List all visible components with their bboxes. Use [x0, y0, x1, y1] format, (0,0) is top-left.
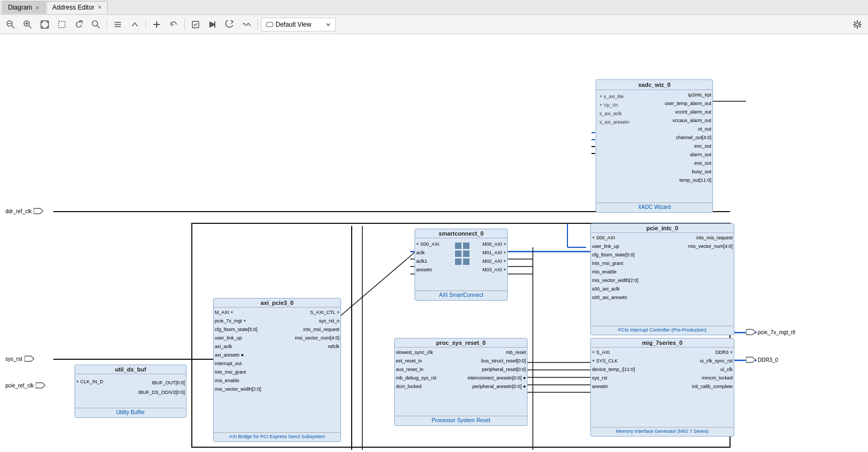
sc-port-m02-axi: M02_AXI + [482, 257, 506, 265]
sys-rst-port: sys_rst [5, 355, 34, 362]
proc-sys-reset-block[interactable]: proc_sys_reset_0 slowest_sync_clk ext_re… [394, 338, 528, 426]
add-button[interactable] [149, 17, 164, 32]
svg-line-1 [12, 26, 14, 28]
axi-pcie3-subtitle: AXI Bridge for PCI Express Gen3 Subsyste… [214, 432, 340, 440]
pintc-port-intx-msi-grant: intx_msi_grant [592, 259, 638, 268]
psr-port-slowest-sync: slowest_sync_clk [396, 348, 436, 357]
view-dropdown[interactable]: Default View [261, 18, 336, 31]
pcie3-in-msi-vector-num: msi_vector_num[4:0] [295, 334, 339, 342]
undo-button[interactable] [166, 17, 181, 32]
zoom-out-button[interactable] [3, 17, 18, 32]
auto-connect-button[interactable] [110, 17, 125, 32]
axi-pcie3-block[interactable]: axi_pcie3_0 M_AXI + pcie_7x_mgt + cfg_lt… [213, 298, 341, 442]
validate-button[interactable] [188, 17, 203, 32]
pcie3-in-refclk: refclk [295, 342, 339, 351]
xadc-out-temp: temp_out[11:0] [664, 176, 711, 184]
svg-marker-62 [36, 383, 45, 388]
pcie3-port-user-link-up: user_link_up [215, 334, 261, 342]
sc-port-aclk1: aclk1 [416, 257, 439, 265]
sc-port-s00-axi: + S00_AXI [416, 240, 439, 248]
view-dropdown-label: Default View [275, 21, 323, 28]
pcie-ref-clk-label: pcie_ref_clk [5, 383, 34, 389]
psr-out-peripheral-reset: peripheral_reset[0:0] [467, 365, 526, 374]
tab-diagram-close[interactable]: ✕ [35, 5, 39, 11]
pcie-7x-mgt-rtl-icon [746, 328, 756, 336]
pcie-ref-clk-port: pcie_ref_clk [5, 382, 45, 389]
util-ds-buf-subtitle: Utility Buffer [75, 408, 186, 416]
pcie3-port-intx-msi-grant: intx_msi_grant [215, 368, 261, 376]
tab-diagram[interactable]: Diagram ✕ [2, 1, 45, 14]
sc-port-m00-axi: M00_AXI + [482, 240, 506, 248]
pcie3-port-interrupt-out: interrupt_out [215, 359, 261, 368]
xadc-out-user-temp: user_temp_alarm_out [664, 99, 711, 108]
svg-rect-65 [455, 243, 461, 249]
pintc-port-user-link-up: user_link_up [592, 242, 638, 251]
svg-rect-7 [41, 21, 48, 28]
pcie3-in-intx-msi-req: intx_msi_request [295, 325, 339, 334]
up-button[interactable] [127, 17, 142, 32]
util-ds-buf-block[interactable]: util_ds_buf + CLK_IN_D IBUF_OUT[0:0] IBU… [75, 365, 186, 418]
pintc-port-s00-axi: + S00_AXI [592, 233, 638, 242]
pcie-intc-title: pcie_intc_0 [591, 224, 734, 233]
mig-port-aresetn: aresetn [592, 382, 635, 391]
proc-sys-reset-title: proc_sys_reset_0 [395, 338, 527, 348]
xadc-wiz-title: xadc_wiz_0 [596, 80, 712, 90]
xadc-out-alarm: alarm_out [664, 150, 711, 159]
sc-port-m01-axi: M01_AXI + [482, 248, 506, 257]
wave-button[interactable] [239, 17, 254, 32]
run-connection-button[interactable] [205, 17, 220, 32]
select-region-button[interactable] [54, 17, 69, 32]
refresh-button[interactable] [71, 17, 86, 32]
tab-address-editor-close[interactable]: ✕ [98, 4, 102, 10]
zoom-in-button[interactable] [20, 17, 35, 32]
pintc-out-mis-vec-num: mis_vector_num[4:0] [688, 242, 733, 251]
psr-out-bus-struct: bus_struct_reset[0:0] [467, 357, 526, 365]
pintc-port-mis-vec-width: mis_vector_width[2:0] [592, 276, 638, 285]
mig-port-s-axi: + S_AXI [592, 348, 635, 357]
fit-button[interactable] [37, 17, 52, 32]
sep-3 [184, 19, 185, 30]
pcie-intc-block[interactable]: pcie_intc_0 + S00_AXI user_link_up cfg_l… [590, 223, 734, 335]
ddr3-0-label: DDR3_0 [758, 357, 778, 363]
tab-address-editor-label: Address Editor [52, 4, 94, 11]
psr-out-mb-reset: mb_reset [467, 348, 526, 357]
svg-line-4 [29, 26, 31, 28]
crossbar-icon [447, 240, 476, 269]
util-ds-buf-title: util_ds_buf [75, 365, 186, 374]
pcie3-port-msi-enable: msi_enable [215, 376, 261, 385]
settings-button[interactable] [850, 17, 865, 32]
xadc-out-busy: busy_out [664, 167, 711, 176]
mig-7series-subtitle: Memory Interface Generator (MIG 7 Series… [591, 427, 734, 435]
psr-out-peripheral-aresetn: peripheral_aresetn[0:0] ● [467, 382, 526, 391]
mig-7series-block[interactable]: mig_7series_0 + S_AXI + SYS_CLK device_t… [590, 338, 734, 437]
xadc-wiz-block[interactable]: xadc_wiz_0 + s_axi_lite + Vp_Vn s_axi_ac… [596, 79, 713, 213]
tab-address-editor[interactable]: Address Editor ✕ [46, 1, 108, 14]
proc-sys-reset-subtitle: Processor System Reset [395, 416, 527, 424]
diagram-canvas[interactable]: ddr_ref_clk sys_rst pcie_ref_clk pcie_7x… [0, 34, 868, 452]
mig-7series-title: mig_7series_0 [591, 338, 734, 348]
util-out-ibuf: IBUF_OUT[0:0] [138, 378, 185, 388]
xadc-out-vccaux: vccaux_alarm_out [664, 116, 711, 125]
mig-out-ui-clk: ui_clk [692, 365, 733, 374]
mig-port-sys-clk: + SYS_CLK [592, 357, 635, 365]
psr-port-aux-reset: aux_reset_in [396, 365, 436, 374]
svg-rect-70 [463, 259, 469, 265]
mig-out-ddr3: DDR3 + [692, 348, 733, 357]
zoom-area-button[interactable] [88, 17, 103, 32]
pcie-intc-subtitle: PCIe Interrupt Controller (Pre-Productio… [591, 326, 734, 334]
pcie3-port-msi-vector-width: msi_vector_width[2:0] [215, 385, 261, 393]
mig-out-init-calib: init_calib_complete [692, 382, 733, 391]
sys-rst-label: sys_rst [5, 356, 22, 362]
psr-out-interconnect-aresetn: interconnect_aresetn[0:0] ● [467, 374, 526, 382]
ddr-ref-clk-label: ddr_ref_clk [5, 208, 31, 214]
util-port-clk-in-d: + CLK_IN_D [76, 378, 103, 385]
mig-port-device-temp: device_temp_i[11:0] [592, 365, 635, 374]
xadc-wiz-subtitle: XADC Wizard [596, 203, 712, 211]
reload-button[interactable] [222, 17, 237, 32]
util-out-ibuf-ds-odiv2: IBUF_DS_ODIV2[0:0] [138, 388, 185, 397]
smartconnect-block[interactable]: smartconnect_0 + S00_AXI aclk aclk1 ares… [415, 229, 508, 301]
pcie3-in-s-axi-ctl: S_AXI_CTL + [295, 308, 339, 317]
pcie3-port-m-axi: M_AXI + [215, 308, 261, 317]
sys-rst-icon [25, 355, 34, 362]
svg-line-44 [331, 252, 416, 324]
